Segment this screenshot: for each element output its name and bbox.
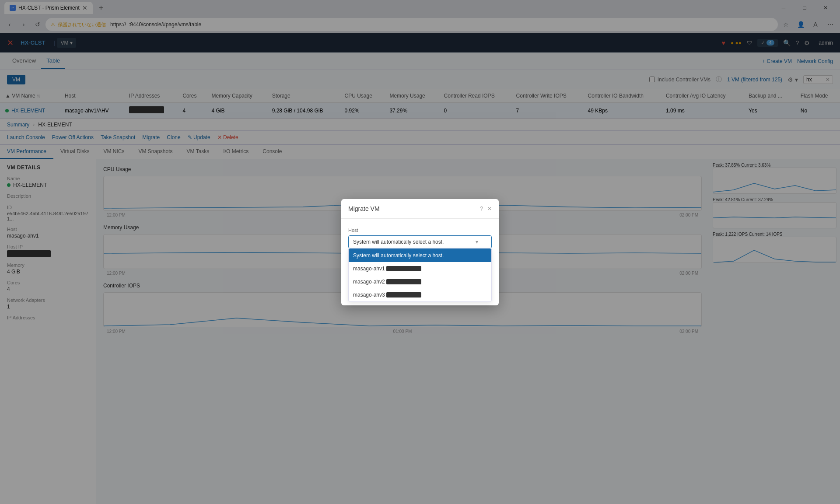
host-field-label: Host — [348, 228, 492, 233]
host-dropdown: System will automatically select a host.… — [348, 248, 492, 302]
modal-close-icon[interactable]: ✕ — [487, 206, 492, 212]
ahv1-ip-redacted — [386, 266, 421, 271]
dropdown-auto-label: System will automatically select a host. — [353, 252, 444, 259]
ahv2-ip-redacted — [386, 279, 421, 284]
host-select-container: System will automatically select a host.… — [348, 235, 492, 248]
dropdown-ahv3-label: masago-ahv3 — [353, 292, 385, 298]
migrate-vm-modal: Migrate VM ? ✕ Host System will automati… — [341, 199, 499, 305]
dropdown-item-ahv3[interactable]: masago-ahv3 — [349, 288, 491, 301]
ahv3-ip-redacted — [386, 292, 421, 298]
modal-body: Host System will automatically select a … — [341, 219, 499, 256]
dropdown-item-auto[interactable]: System will automatically select a host. — [349, 249, 491, 262]
dropdown-ahv1-label: masago-ahv1 — [353, 266, 385, 272]
dropdown-item-ahv1[interactable]: masago-ahv1 — [349, 262, 491, 275]
modal-help-icon[interactable]: ? — [480, 206, 483, 212]
modal-header: Migrate VM ? ✕ — [341, 199, 499, 219]
dropdown-item-ahv2[interactable]: masago-ahv2 — [349, 275, 491, 288]
select-chevron-icon: ▾ — [476, 239, 478, 245]
dropdown-ahv2-label: masago-ahv2 — [353, 279, 385, 285]
modal-overlay[interactable]: Migrate VM ? ✕ Host System will automati… — [0, 0, 840, 504]
host-select-display[interactable]: System will automatically select a host.… — [348, 235, 492, 248]
modal-title: Migrate VM — [348, 205, 380, 212]
modal-header-icons: ? ✕ — [480, 206, 492, 212]
host-select-value: System will automatically select a host. — [353, 239, 444, 245]
